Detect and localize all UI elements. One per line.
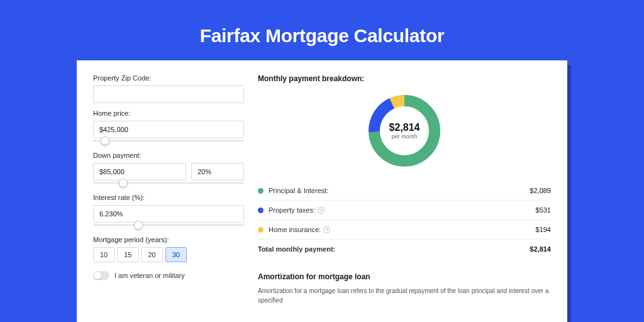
price-label: Home price:: [93, 109, 244, 117]
down-label: Down payment:: [93, 152, 244, 159]
price-input[interactable]: [93, 121, 244, 138]
donut-total: $2,814: [389, 122, 420, 133]
period-option-20[interactable]: 20: [142, 247, 163, 262]
amort-text: Amortization for a mortgage loan refers …: [258, 286, 551, 305]
down-amount-input[interactable]: [93, 163, 186, 180]
legend-total-row: Total monthly payment:$2,814: [258, 240, 551, 258]
rate-slider[interactable]: [93, 221, 244, 230]
page-title: Fairfax Mortgage Calculator: [0, 25, 644, 47]
legend-label: Property taxes:?: [269, 206, 536, 214]
form-panel: Property Zip Code: Home price: Down paym…: [93, 74, 244, 305]
breakdown-title: Monthly payment breakdown:: [258, 74, 551, 83]
breakdown-panel: Monthly payment breakdown: $2,814 per mo…: [258, 74, 551, 305]
info-icon[interactable]: ?: [323, 226, 330, 233]
total-value: $2,814: [530, 245, 551, 253]
veteran-label: I am veteran or military: [114, 272, 185, 279]
amort-title: Amortization for mortgage loan: [258, 272, 551, 281]
zip-label: Property Zip Code:: [93, 74, 244, 82]
legend: Principal & Interest:$2,089Property taxe…: [258, 181, 551, 258]
rate-label: Interest rate (%):: [93, 194, 244, 201]
legend-value: $194: [536, 226, 551, 233]
veteran-toggle[interactable]: [93, 271, 109, 280]
legend-dot: [258, 208, 264, 213]
price-slider[interactable]: [93, 136, 244, 145]
down-percent-input[interactable]: [191, 163, 244, 180]
legend-row: Home insurance:?$194: [258, 220, 551, 240]
period-option-10[interactable]: 10: [93, 247, 114, 262]
donut-sub: per month: [392, 133, 418, 140]
rate-input[interactable]: [93, 205, 244, 223]
zip-input[interactable]: [93, 86, 244, 103]
legend-label: Home insurance:?: [269, 226, 536, 233]
legend-row: Principal & Interest:$2,089: [258, 181, 551, 201]
legend-value: $2,089: [530, 187, 551, 194]
donut-chart: $2,814 per month: [367, 93, 442, 169]
legend-value: $531: [536, 206, 551, 214]
calculator-card: Property Zip Code: Home price: Down paym…: [77, 60, 567, 322]
total-label: Total monthly payment:: [258, 245, 530, 253]
legend-dot: [258, 188, 264, 194]
period-option-15[interactable]: 15: [117, 247, 138, 262]
amortization-section: Amortization for mortgage loan Amortizat…: [258, 272, 551, 305]
legend-row: Property taxes:?$531: [258, 201, 551, 220]
period-group: 10152030: [93, 247, 244, 262]
legend-dot: [258, 227, 264, 233]
period-label: Mortgage period (years):: [93, 236, 244, 243]
down-slider[interactable]: [93, 179, 244, 187]
period-option-30[interactable]: 30: [165, 247, 187, 262]
info-icon[interactable]: ?: [318, 207, 325, 214]
legend-label: Principal & Interest:: [269, 187, 530, 194]
